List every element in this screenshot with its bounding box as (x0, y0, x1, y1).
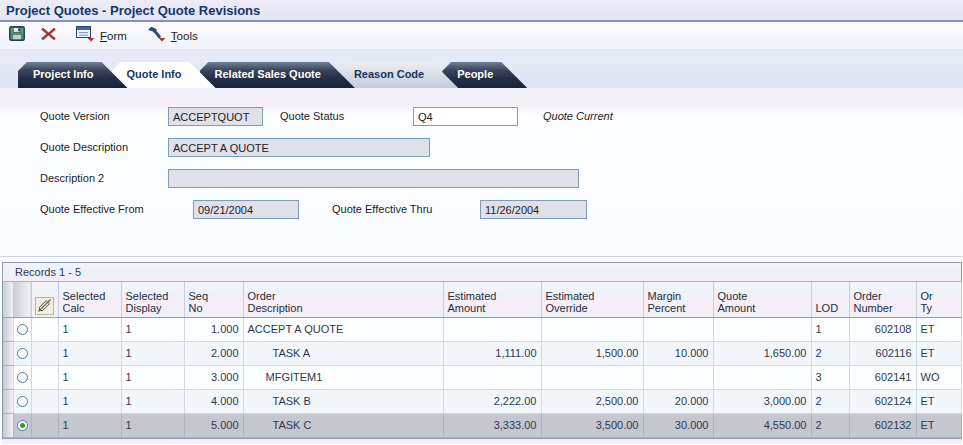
cell-estimated-amount: 3,333.00 (443, 413, 541, 437)
cell-lod: 2 (811, 389, 849, 413)
cell-order-description: TASK A (243, 341, 443, 365)
row-select-radio[interactable] (17, 348, 28, 359)
cell-selected-display: 1 (121, 317, 184, 341)
row-select-radio[interactable] (17, 372, 28, 383)
toolbar: Form Tools (0, 22, 963, 50)
col-header-selected-calc[interactable]: Selected Calc (58, 282, 121, 317)
quote-description-label: Quote Description (40, 141, 128, 153)
row-edit-cell (31, 341, 58, 365)
row-edit-cell (31, 413, 58, 437)
cell-order-description: TASK B (243, 389, 443, 413)
tab-reason-code[interactable]: Reason Code (339, 62, 458, 88)
row-select-cell (13, 317, 31, 341)
grid-row[interactable]: 111.000ACCEPT A QUOTE1602108ET (3, 317, 961, 341)
cell-order-description: ACCEPT A QUOTE (243, 317, 443, 341)
cell-quote-amount: 3,000.00 (713, 389, 811, 413)
cell-order-number: 602108 (849, 317, 916, 341)
cell-selected-display: 1 (121, 341, 184, 365)
grid-table: Selected CalcSelected DisplaySeq NoOrder… (3, 282, 962, 438)
save-button[interactable] (9, 26, 25, 45)
col-header-order-description[interactable]: Order Description (243, 282, 443, 317)
cell-margin-percent: 10.000 (643, 341, 713, 365)
row-header[interactable] (3, 413, 13, 437)
cell-order-description: TASK C (243, 413, 443, 437)
cell-margin-percent (643, 365, 713, 389)
pencil-slash-icon[interactable] (35, 297, 54, 315)
cell-estimated-override: 1,500.00 (541, 341, 643, 365)
quote-effective-thru-label: Quote Effective Thru (332, 203, 432, 215)
cell-margin-percent (643, 317, 713, 341)
tab-people[interactable]: People (442, 62, 527, 88)
row-header[interactable] (3, 389, 13, 413)
cell-order-type: ET (916, 341, 961, 365)
grid-row[interactable]: 114.000TASK B2,222.002,500.0020.0003,000… (3, 389, 961, 413)
row-select-radio[interactable] (17, 420, 28, 431)
cell-lod: 2 (811, 341, 849, 365)
tab-strip: Project Info Quote Info Related Sales Qu… (0, 50, 963, 88)
cell-selected-calc: 1 (58, 341, 121, 365)
page-title: Project Quotes - Project Quote Revisions (0, 0, 963, 22)
form-menu-button[interactable]: Form (76, 26, 127, 46)
quote-current-label: Quote Current (543, 110, 613, 122)
row-select-cell (13, 341, 31, 365)
col-header-selected-display[interactable]: Selected Display (121, 282, 184, 317)
description-2-field (168, 169, 579, 188)
cell-quote-amount: 1,650.00 (713, 341, 811, 365)
cell-estimated-amount: 2,222.00 (443, 389, 541, 413)
row-header[interactable] (3, 317, 13, 341)
tools-menu-button[interactable]: Tools (147, 26, 198, 46)
row-select-radio[interactable] (17, 324, 28, 335)
row-header[interactable] (3, 365, 13, 389)
quote-grid: Records 1 - 5 Selected CalcSelected Disp… (2, 262, 962, 439)
cell-estimated-amount: 1,111.00 (443, 341, 541, 365)
cell-order-description: MFGITEM1 (243, 365, 443, 389)
cell-order-type: ET (916, 389, 961, 413)
cell-quote-amount (713, 365, 811, 389)
delete-x-icon (41, 27, 56, 45)
cell-seq-no: 3.000 (184, 365, 243, 389)
quote-effective-from-label: Quote Effective From (40, 203, 144, 215)
cell-order-number: 602141 (849, 365, 916, 389)
records-count-bar: Records 1 - 5 (3, 263, 961, 282)
cell-seq-no: 5.000 (184, 413, 243, 437)
quote-version-label: Quote Version (40, 110, 110, 122)
col-header-order-type[interactable]: Or Ty (916, 282, 961, 317)
tab-quote-info[interactable]: Quote Info (112, 62, 216, 88)
col-header-lod[interactable]: LOD (811, 282, 849, 317)
row-select-cell (13, 413, 31, 437)
cell-lod: 3 (811, 365, 849, 389)
tab-related-sales-quote[interactable]: Related Sales Quote (200, 62, 355, 88)
grid-row[interactable]: 113.000MFGITEM13602141WO (3, 365, 961, 389)
row-header[interactable] (3, 341, 13, 365)
row-edit-cell (31, 365, 58, 389)
cell-order-type: ET (916, 413, 961, 437)
grid-header-row: Selected CalcSelected DisplaySeq NoOrder… (3, 282, 961, 317)
row-select-radio[interactable] (17, 396, 28, 407)
delete-button[interactable] (41, 27, 56, 45)
col-header-quote-amount[interactable]: Quote Amount (713, 282, 811, 317)
cell-estimated-override (541, 317, 643, 341)
col-header-margin-percent[interactable]: Margin Percent (643, 282, 713, 317)
grid-row[interactable]: 112.000TASK A1,111.001,500.0010.0001,650… (3, 341, 961, 365)
grid-row[interactable]: 115.000TASK C3,333.003,500.0030.0004,550… (3, 413, 961, 437)
cell-estimated-amount (443, 365, 541, 389)
col-header-edit[interactable] (31, 282, 58, 317)
cell-selected-display: 1 (121, 365, 184, 389)
cell-order-type: ET (916, 317, 961, 341)
quote-status-field[interactable] (413, 107, 518, 126)
cell-estimated-amount (443, 317, 541, 341)
tab-project-info[interactable]: Project Info (18, 62, 128, 88)
cell-seq-no: 4.000 (184, 389, 243, 413)
cell-order-number: 602116 (849, 341, 916, 365)
cell-seq-no: 1.000 (184, 317, 243, 341)
cell-selected-display: 1 (121, 389, 184, 413)
col-header-seq-no[interactable]: Seq No (184, 282, 243, 317)
col-header-estimated-amount[interactable]: Estimated Amount (443, 282, 541, 317)
form-menu-icon (76, 26, 95, 46)
row-edit-cell (31, 317, 58, 341)
cell-selected-calc: 1 (58, 317, 121, 341)
col-header-estimated-override[interactable]: Estimated Override (541, 282, 643, 317)
col-header-order-number[interactable]: Order Number (849, 282, 916, 317)
tools-menu-icon (147, 26, 166, 46)
save-floppy-icon (9, 26, 25, 45)
